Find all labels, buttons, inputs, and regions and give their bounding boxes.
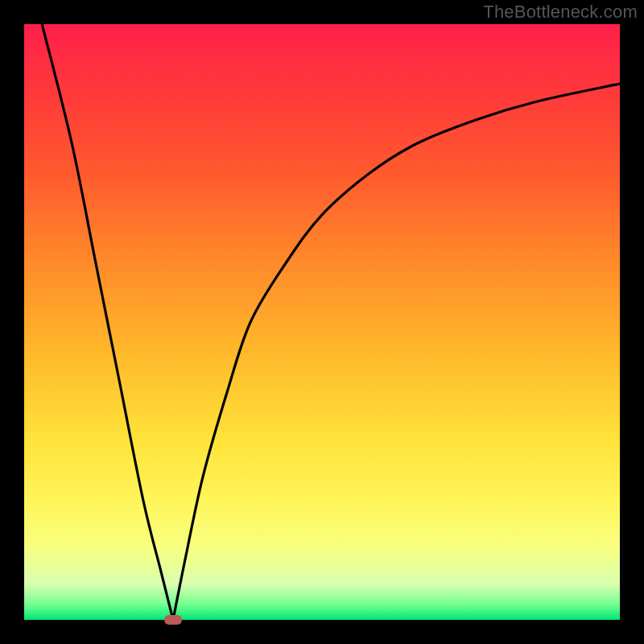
curve [24,24,620,620]
minimum-marker-icon [164,615,182,625]
watermark-text: TheBottleneck.com [483,2,638,23]
plot-area [24,24,620,620]
chart-frame: TheBottleneck.com [0,0,644,644]
